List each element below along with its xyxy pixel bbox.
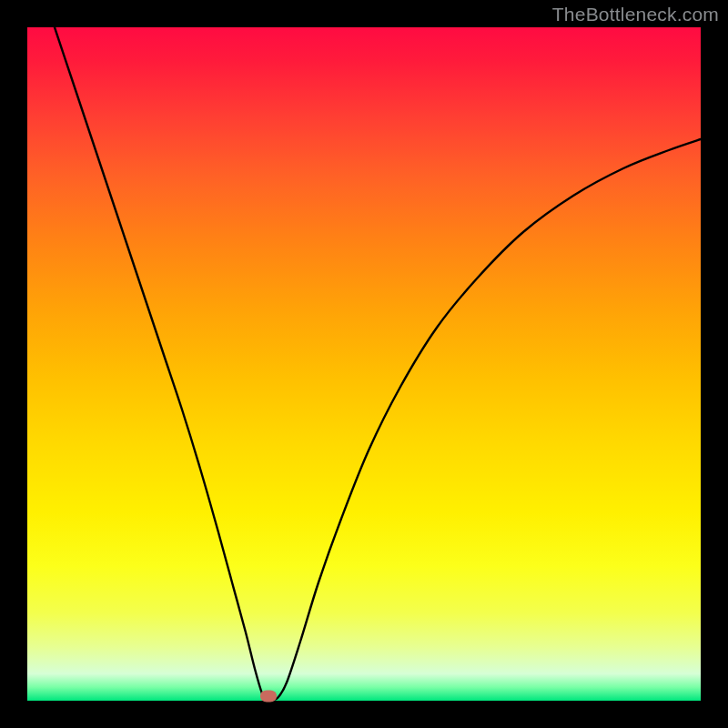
watermark-text: TheBottleneck.com [552, 4, 719, 25]
optimal-point-marker [260, 691, 277, 703]
curve-svg [27, 27, 701, 701]
chart-frame: TheBottleneck.com [0, 0, 728, 728]
plot-area [27, 27, 701, 701]
bottleneck-curve [55, 27, 701, 700]
